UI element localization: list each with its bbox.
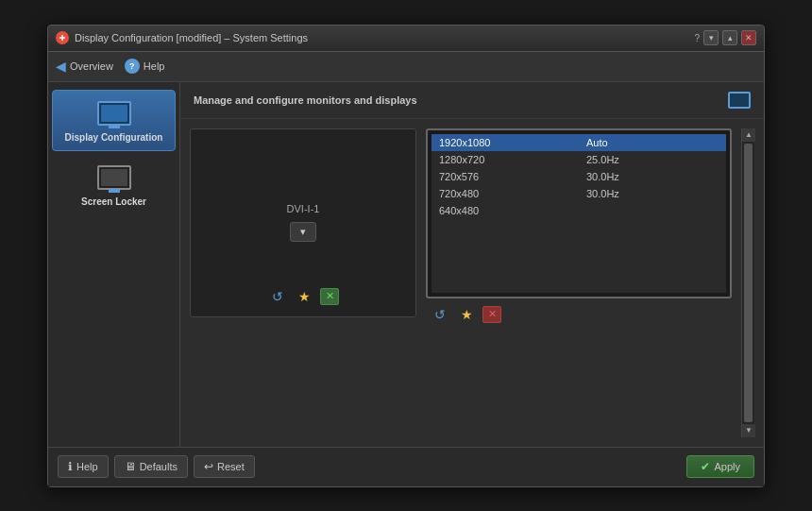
scroll-down-arrow[interactable]: ▼ xyxy=(742,424,755,437)
apply-btn-label: Apply xyxy=(714,461,740,472)
window-title: Display Configuration [modified] – Syste… xyxy=(75,32,308,43)
defaults-button[interactable]: 🖥 Defaults xyxy=(114,455,188,478)
reset-icon: ↩ xyxy=(204,460,213,473)
scroll-up-arrow[interactable]: ▲ xyxy=(742,128,755,142)
resolution-lists: 1920x1080 1280x720 720x576 720x480 640x4… xyxy=(426,128,732,298)
defaults-icon: 🖥 xyxy=(125,460,136,473)
res-favorite-button[interactable]: ★ xyxy=(456,304,477,325)
help-label: Help xyxy=(144,60,165,72)
scroll-thumb[interactable] xyxy=(744,144,753,422)
reset-button[interactable]: ↩ Reset xyxy=(194,455,255,478)
monitor-actions: ↺ ★ ✕ xyxy=(267,286,339,307)
back-arrow-icon: ◀ xyxy=(56,59,66,74)
window-icon xyxy=(56,31,69,44)
title-bar-left: Display Configuration [modified] – Syste… xyxy=(56,31,308,44)
res-delete-button[interactable]: ✕ xyxy=(482,306,501,323)
refresh-button[interactable]: ↺ xyxy=(267,286,288,307)
sidebar-item-display-configuration[interactable]: Display Configuration xyxy=(52,90,176,151)
res-item-0[interactable]: 1920x1080 xyxy=(431,134,579,151)
scrollbar[interactable]: ▲ ▼ xyxy=(741,128,754,437)
nav-bar: ◀ Overview ? Help xyxy=(48,52,764,82)
minimize-button[interactable]: ▾ xyxy=(703,30,719,45)
defaults-btn-label: Defaults xyxy=(140,461,178,472)
delete-button[interactable]: ✕ xyxy=(320,288,339,305)
dropdown-arrow-icon: ▾ xyxy=(300,226,306,238)
monitor-dropdown[interactable]: ▾ xyxy=(290,222,316,242)
resolution-actions: ↺ ★ ✕ xyxy=(426,304,732,325)
screen-locker-icon xyxy=(95,162,133,193)
res-item-3[interactable]: 720x480 xyxy=(431,185,579,202)
maximize-button[interactable]: ▴ xyxy=(722,30,737,45)
bottom-left-buttons: ℹ Help 🖥 Defaults ↩ Reset xyxy=(58,455,255,478)
monitor-display-icon xyxy=(728,92,751,109)
help-button[interactable]: ℹ Help xyxy=(58,455,109,478)
help-button[interactable]: ? Help xyxy=(125,59,165,74)
help-icon: ? xyxy=(125,59,140,74)
bottom-bar: ℹ Help 🖥 Defaults ↩ Reset ✔ Apply xyxy=(48,447,764,486)
res-item-1[interactable]: 1280x720 xyxy=(431,151,579,168)
sidebar-item-screen-locker[interactable]: Screen Locker xyxy=(52,155,176,214)
sidebar-item-screen-locker-label: Screen Locker xyxy=(81,196,146,207)
content-header: Manage and configure monitors and displa… xyxy=(180,82,764,119)
main-content: Display Configuration Screen Locker Mana… xyxy=(48,82,764,447)
help-btn-icon: ℹ xyxy=(68,460,73,473)
main-window: Display Configuration [modified] – Syste… xyxy=(47,25,765,487)
help-question[interactable]: ? xyxy=(694,33,700,43)
resolution-list[interactable]: 1920x1080 1280x720 720x576 720x480 640x4… xyxy=(431,134,579,293)
sidebar-item-display-label: Display Configuration xyxy=(65,132,163,143)
apply-checkmark-icon: ✔ xyxy=(701,460,710,473)
content-area: Manage and configure monitors and displa… xyxy=(180,82,764,447)
title-bar: Display Configuration [modified] – Syste… xyxy=(48,26,764,52)
overview-button[interactable]: ◀ Overview xyxy=(56,59,113,74)
favorite-button[interactable]: ★ xyxy=(294,286,314,307)
content-header-text: Manage and configure monitors and displa… xyxy=(194,94,417,106)
close-button[interactable]: ✕ xyxy=(741,30,756,45)
monitor-panel: DVI-I-1 ▾ ↺ ★ ✕ xyxy=(190,128,416,317)
res-item-2[interactable]: 720x576 xyxy=(431,168,579,185)
monitor-label: DVI-I-1 xyxy=(287,203,320,214)
overview-label: Overview xyxy=(70,60,113,72)
res-item-4[interactable]: 640x480 xyxy=(431,202,579,219)
res-refresh-button[interactable]: ↺ xyxy=(430,304,450,325)
display-area: DVI-I-1 ▾ ↺ ★ ✕ 1920x1080 xyxy=(180,119,764,447)
rate-item-1[interactable]: 25.0Hz xyxy=(579,151,726,168)
resolution-panel: 1920x1080 1280x720 720x576 720x480 640x4… xyxy=(426,128,732,437)
window-controls: ? ▾ ▴ ✕ xyxy=(694,30,756,45)
display-config-icon xyxy=(95,98,133,128)
refresh-rate-list[interactable]: Auto 25.0Hz 30.0Hz 30.0Hz xyxy=(579,134,726,293)
rate-item-0[interactable]: Auto xyxy=(579,134,726,151)
reset-btn-label: Reset xyxy=(217,461,245,472)
rate-item-2[interactable]: 30.0Hz xyxy=(579,168,726,185)
apply-button[interactable]: ✔ Apply xyxy=(686,455,754,478)
rate-item-3[interactable]: 30.0Hz xyxy=(579,185,726,202)
help-btn-label: Help xyxy=(76,461,98,472)
sidebar: Display Configuration Screen Locker xyxy=(48,82,180,447)
